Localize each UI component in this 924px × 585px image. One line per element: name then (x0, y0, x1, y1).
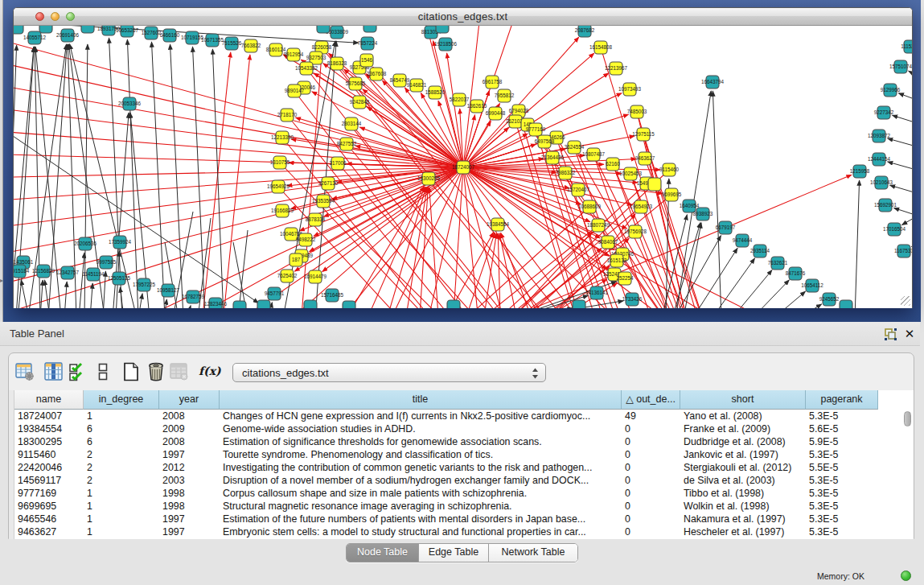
graph-node[interactable]: 1733426 (622, 293, 643, 306)
table-cell[interactable]: Genome-wide association studies in ADHD. (220, 422, 622, 435)
graph-node[interactable]: 17957225 (133, 278, 156, 291)
table-cell[interactable]: 18724007 (14, 410, 84, 422)
table-cell[interactable]: 2003 (159, 474, 220, 487)
graph-node[interactable]: 16643794 (701, 76, 725, 89)
citation-edge-black[interactable] (855, 180, 860, 308)
graph-node[interactable]: 15716485 (321, 289, 344, 302)
graph-node[interactable]: 1215958 (850, 165, 870, 178)
citation-edge-black[interactable] (187, 306, 191, 308)
graph-node[interactable]: 9146821 (407, 79, 427, 92)
table-cell[interactable]: 1997 (159, 448, 220, 461)
citation-edge-red[interactable] (177, 167, 463, 308)
citation-edge-red[interactable] (14, 81, 463, 167)
table-cell[interactable]: 5.6E-5 (806, 422, 878, 435)
citation-edge-black[interactable] (890, 185, 913, 196)
citation-edge-black[interactable] (14, 136, 258, 303)
table-cell[interactable]: Stergiakouli et al. (2012) (680, 461, 806, 474)
table-cell[interactable]: Investigating the contribution of common… (220, 461, 622, 474)
column-header-short[interactable]: short (680, 390, 806, 410)
table-cell[interactable]: 19384554 (14, 422, 84, 435)
table-cell[interactable]: 2 (84, 448, 159, 461)
citation-edge-black[interactable] (64, 282, 67, 308)
table-cell[interactable]: 2008 (159, 410, 220, 422)
citation-edge-black[interactable] (40, 280, 43, 308)
graph-node[interactable]: 2718170 (277, 109, 298, 122)
table-cell[interactable]: Nakamura et al. (1997) (680, 513, 806, 525)
table-cell[interactable]: 5.3E-5 (806, 525, 878, 538)
graph-node[interactable]: 62160 (606, 158, 620, 171)
citation-edge-red[interactable] (498, 233, 500, 308)
graph-node[interactable]: 11451194 (82, 268, 105, 281)
table-cell[interactable]: 0 (622, 513, 680, 525)
graph-node[interactable]: 10653267 (116, 26, 139, 37)
citation-edge-black[interactable] (152, 42, 166, 308)
citation-edge-red[interactable] (278, 187, 418, 308)
graph-node[interactable] (343, 301, 355, 308)
table-cell[interactable]: 5.3E-5 (806, 487, 878, 500)
column-header-in_degree[interactable]: in_degree (84, 390, 159, 410)
graph-node[interactable]: 7955812 (495, 89, 515, 102)
graph-node[interactable]: 20053346 (118, 97, 142, 110)
table-cell[interactable]: 14569117 (14, 474, 84, 487)
table-cell[interactable]: 9699695 (14, 500, 84, 513)
graph-node[interactable]: 7857224 (358, 37, 378, 50)
table-cell[interactable]: Changes of HCN gene expression and I(f) … (220, 410, 622, 422)
graph-node[interactable]: 9245652 (819, 293, 840, 306)
graph-node[interactable]: 9474444 (733, 234, 753, 247)
citation-edge-red[interactable] (450, 167, 463, 308)
graph-node[interactable]: 16154808 (589, 41, 613, 54)
citation-edge-red[interactable] (48, 167, 463, 308)
window-titlebar[interactable]: citations_edges.txt (14, 8, 912, 26)
citation-edge-black[interactable] (170, 44, 184, 308)
table-cell[interactable]: Tibbo et al. (1998) (680, 487, 806, 500)
table-cell[interactable]: 6 (84, 435, 159, 448)
table-cell[interactable]: 1 (84, 525, 159, 538)
graph-node[interactable] (363, 26, 376, 32)
graph-node[interactable]: 9997585 (97, 256, 117, 269)
graph-node[interactable] (257, 300, 270, 308)
table-row[interactable]: 911546021997Tourette syndrome. Phenomeno… (14, 448, 878, 461)
table-cell[interactable]: 5.3E-5 (806, 500, 878, 513)
table-cell[interactable]: 0 (622, 525, 680, 538)
table-cell[interactable]: 18300295 (14, 435, 84, 448)
table-cell[interactable]: Structural magnetic resonance image aver… (220, 500, 622, 513)
graph-node[interactable]: 20691406 (56, 29, 80, 42)
graph-node[interactable]: 317006 (329, 157, 347, 170)
citation-edge-black[interactable] (894, 208, 913, 218)
table-row[interactable]: 946362711997Embryonic stem cells: a mode… (14, 525, 878, 538)
tab-edge-table[interactable]: Edge Table (419, 544, 489, 562)
citation-edge-black[interactable] (193, 47, 206, 308)
column-header-out_de[interactable]: △ out_de... (622, 390, 680, 410)
citation-edge-red[interactable] (463, 167, 515, 308)
citation-edge-black[interactable] (138, 294, 142, 308)
graph-node[interactable] (840, 300, 852, 308)
graph-node[interactable]: 7485003 (627, 105, 647, 118)
table-cell[interactable]: 9463627 (14, 525, 84, 538)
graph-node[interactable]: 17359924 (109, 236, 132, 249)
table-row[interactable]: 2242004622012Investigating the contribut… (14, 461, 878, 474)
network-graph[interactable]: 1405571220691406189317901065326715276026… (14, 26, 912, 308)
table-cell[interactable]: Hescheler et al. (1997) (680, 525, 806, 538)
graph-node[interactable]: 187 (290, 253, 302, 266)
citation-edge-black[interactable] (909, 71, 912, 80)
citation-edge-black[interactable] (898, 93, 912, 103)
tab-network-table[interactable]: Network Table (489, 544, 577, 562)
select-column-button[interactable] (43, 360, 64, 385)
table-cell[interactable]: 0 (622, 487, 680, 500)
citation-edge-black[interactable] (766, 304, 822, 308)
graph-node[interactable] (317, 26, 330, 33)
citation-edge-black[interactable] (127, 39, 138, 308)
table-cell[interactable]: Franke et al. (2009) (680, 422, 806, 435)
graph-node[interactable]: 10958127 (157, 284, 180, 297)
citation-edge-black[interactable] (912, 239, 913, 247)
graph-node[interactable]: 7515526 (222, 37, 242, 50)
table-cell[interactable]: 1997 (159, 513, 220, 525)
table-cell[interactable]: 0 (622, 435, 680, 448)
graph-node[interactable]: 15692901 (874, 199, 897, 212)
table-cell[interactable]: 5.9E-5 (806, 435, 878, 448)
citation-edge-black[interactable] (893, 115, 913, 126)
delete-table-button[interactable] (146, 360, 166, 385)
table-cell[interactable]: 0 (622, 422, 680, 435)
table-cell[interactable]: 1 (84, 513, 159, 525)
table-cell[interactable]: 2008 (159, 435, 220, 448)
